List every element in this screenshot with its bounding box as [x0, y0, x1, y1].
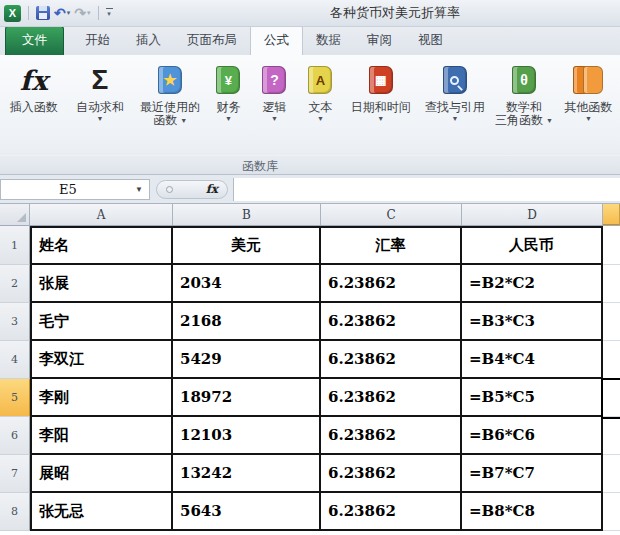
sigma-icon: Σ: [91, 65, 108, 95]
autosum-button[interactable]: Σ 自动求和 ▼: [65, 60, 134, 124]
cell-C1[interactable]: 汇率: [321, 226, 462, 265]
cell-C4[interactable]: 6.23862: [321, 341, 462, 379]
insert-function-button[interactable]: fx 插入函数: [2, 60, 65, 114]
row-header-8[interactable]: 8: [0, 493, 30, 531]
tab-file[interactable]: 文件: [5, 26, 64, 55]
cell-E4[interactable]: [603, 341, 620, 379]
lookup-reference-button[interactable]: 查找与引用 ▼: [418, 60, 491, 124]
more-functions-button[interactable]: 其他函数 ▼: [557, 60, 620, 124]
cell-A7[interactable]: 展昭: [30, 455, 173, 493]
cell-E7[interactable]: [603, 455, 620, 493]
cell-B6[interactable]: 12103: [173, 417, 321, 455]
cell-E8[interactable]: [603, 493, 620, 531]
cell-D3[interactable]: =B3*C3: [462, 303, 603, 341]
chevron-down-icon[interactable]: ▼: [135, 185, 149, 194]
chevron-down-icon: ▼: [546, 116, 553, 126]
financial-button[interactable]: ¥ 财务 ▼: [206, 60, 251, 124]
name-box[interactable]: E5 ▼: [0, 179, 150, 200]
cell-D6[interactable]: =B6*C6: [462, 417, 603, 455]
redo-icon: ↷: [74, 6, 86, 20]
math-trig-button[interactable]: θ 数学和 三角函数▼: [491, 60, 556, 127]
cell-B5[interactable]: 18972: [173, 379, 321, 417]
cell-C8[interactable]: 6.23862: [321, 493, 462, 531]
cell-B2[interactable]: 2034: [173, 265, 321, 303]
cell-E2[interactable]: [603, 265, 620, 303]
row-header-6[interactable]: 6: [0, 417, 30, 455]
column-header-A[interactable]: A: [30, 204, 173, 225]
recently-used-button[interactable]: ★ 最近使用的 函数▼: [135, 60, 206, 127]
magnifier-icon: [450, 76, 459, 85]
column-headers: A B C D: [0, 204, 620, 226]
column-header-D[interactable]: D: [462, 204, 603, 225]
math-book-icon: θ: [512, 66, 536, 94]
cell-B7[interactable]: 13242: [173, 455, 321, 493]
row-header-3[interactable]: 3: [0, 303, 30, 341]
cell-C3[interactable]: 6.23862: [321, 303, 462, 341]
cell-C6[interactable]: 6.23862: [321, 417, 462, 455]
button-label: 日期和时间: [351, 100, 411, 114]
cell-D2[interactable]: =B2*C2: [462, 265, 603, 303]
selection-box-E5[interactable]: [601, 378, 620, 419]
row-header-5[interactable]: 5: [0, 379, 30, 417]
cell-A2[interactable]: 张展: [30, 265, 173, 303]
redo-button[interactable]: ↷ ▾: [74, 6, 90, 20]
cell-A1[interactable]: 姓名: [30, 226, 173, 265]
formula-input[interactable]: [233, 178, 620, 201]
tab-insert[interactable]: 插入: [123, 27, 174, 55]
sheet-row-2: 2张展20346.23862=B2*C2: [0, 265, 620, 303]
cell-A6[interactable]: 李阳: [30, 417, 173, 455]
chevron-down-icon: ▼: [451, 114, 458, 124]
tab-formulas[interactable]: 公式: [250, 26, 303, 55]
cell-A4[interactable]: 李双江: [30, 341, 173, 379]
cell-A5[interactable]: 李刚: [30, 379, 173, 417]
excel-logo-icon[interactable]: X: [4, 5, 21, 22]
fx-icon: fx: [206, 182, 218, 196]
financial-book-icon: ¥: [216, 66, 240, 94]
text-button[interactable]: A 文本 ▼: [298, 60, 343, 124]
button-label: 文本: [308, 100, 332, 114]
chevron-down-icon: ▼: [317, 114, 324, 124]
customize-qat-button[interactable]: ▾: [106, 8, 113, 18]
column-header-C[interactable]: C: [321, 204, 462, 225]
date-time-button[interactable]: ▦ 日期和时间 ▼: [343, 60, 418, 124]
cell-B8[interactable]: 5643: [173, 493, 321, 531]
logical-button[interactable]: ? 逻辑 ▼: [251, 60, 297, 124]
tab-review[interactable]: 审阅: [354, 27, 405, 55]
cell-E1[interactable]: [603, 226, 620, 265]
cell-A3[interactable]: 毛宁: [30, 303, 173, 341]
cell-C7[interactable]: 6.23862: [321, 455, 462, 493]
cell-A8[interactable]: 张无忌: [30, 493, 173, 531]
button-label: 自动求和: [76, 100, 124, 114]
name-box-value: E5: [1, 182, 135, 197]
cell-D4[interactable]: =B4*C4: [462, 341, 603, 379]
cell-D7[interactable]: =B7*C7: [462, 455, 603, 493]
button-label: 插入函数: [10, 100, 58, 114]
row-header-7[interactable]: 7: [0, 455, 30, 493]
cell-B3[interactable]: 2168: [173, 303, 321, 341]
cell-B1[interactable]: 美元: [173, 226, 321, 265]
undo-icon: ↶: [54, 6, 66, 20]
undo-button[interactable]: ↶ ▾: [54, 6, 70, 20]
row-header-4[interactable]: 4: [0, 341, 30, 379]
column-header-E-selected[interactable]: [603, 204, 620, 225]
tab-view[interactable]: 视图: [405, 27, 456, 55]
select-all-corner[interactable]: [0, 204, 30, 225]
row-header-1[interactable]: 1: [0, 226, 30, 265]
cell-B4[interactable]: 5429: [173, 341, 321, 379]
cell-D8[interactable]: =B8*C8: [462, 493, 603, 531]
tab-data[interactable]: 数据: [303, 27, 354, 55]
cell-E6[interactable]: [603, 417, 620, 455]
tab-page-layout[interactable]: 页面布局: [174, 27, 250, 55]
cell-C5[interactable]: 6.23862: [321, 379, 462, 417]
cell-D1[interactable]: 人民币: [462, 226, 603, 265]
cell-E3[interactable]: [603, 303, 620, 341]
cell-D5[interactable]: =B5*C5: [462, 379, 603, 417]
tab-home[interactable]: 开始: [72, 27, 123, 55]
row-header-2[interactable]: 2: [0, 265, 30, 303]
column-header-B[interactable]: B: [173, 204, 321, 225]
sheet-row-1: 1姓名美元汇率人民币: [0, 226, 620, 265]
insert-function-fx-button[interactable]: fx: [156, 180, 228, 199]
save-button[interactable]: [36, 6, 50, 20]
datetime-book-icon: ▦: [369, 66, 393, 94]
cell-C2[interactable]: 6.23862: [321, 265, 462, 303]
